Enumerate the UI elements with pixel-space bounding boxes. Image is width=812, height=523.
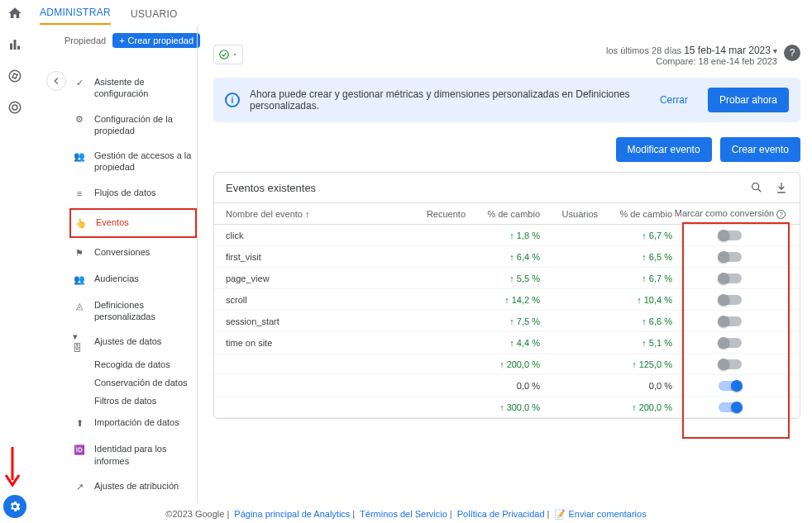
sidebar-item[interactable]: ≡Flujos de datos — [69, 180, 197, 207]
pct2-cell: 125,0 % — [598, 359, 672, 369]
event-name: first_visit — [226, 252, 408, 262]
table-header-row: Nombre del evento ↑ Recuento % de cambio… — [214, 203, 800, 225]
sidebar-icon: ↗ — [73, 480, 86, 493]
conversion-toggle[interactable] — [719, 381, 742, 391]
sidebar-icon: ≡ — [73, 187, 86, 200]
sidebar-item[interactable]: ◬Definiciones personalizadas — [69, 292, 197, 330]
pct2-cell: 6,7 % — [598, 231, 672, 240]
event-name: scroll — [226, 295, 408, 305]
footer-feedback[interactable]: Enviar comentarios — [569, 509, 647, 519]
sidebar-label: Ajustes de atribución — [94, 480, 179, 492]
sidebar-label: Conversiones — [94, 246, 150, 258]
help-icon[interactable]: ? — [784, 45, 800, 61]
reports-icon[interactable] — [7, 36, 23, 53]
conversion-toggle[interactable] — [719, 316, 742, 326]
sidebar-item[interactable]: 🕘Historial de cambios de la propiedad — [69, 500, 197, 503]
pct-cell: 14,2 % — [466, 295, 540, 305]
svg-point-3 — [9, 70, 21, 82]
conversion-toggle[interactable] — [719, 338, 742, 348]
sidebar-icon: ⚑ — [73, 246, 86, 259]
conversion-toggle[interactable] — [719, 252, 742, 262]
banner-try-button[interactable]: Probar ahora — [708, 88, 789, 112]
create-property-button[interactable]: +Crear propiedad — [112, 33, 200, 48]
conversion-toggle[interactable] — [719, 295, 742, 305]
tab-user[interactable]: USUARIO — [131, 8, 178, 25]
pct-cell: 6,4 % — [466, 252, 540, 262]
sidebar-label: Configuración de la propiedad — [94, 113, 193, 137]
sidebar-subitem[interactable]: Filtros de datos — [91, 392, 197, 410]
sidebar-label: Ajustes de datos — [94, 335, 161, 347]
sidebar-item[interactable]: ✓Asistente de configuración — [69, 69, 197, 107]
sidebar-icon: 👆 — [74, 216, 88, 230]
sidebar-icon: ▾ 🗄 — [73, 335, 86, 349]
footer-link[interactable]: Términos del Servicio — [360, 509, 447, 519]
footer-link[interactable]: Política de Privacidad — [457, 509, 545, 519]
pct-cell: 1,8 % — [466, 231, 540, 240]
sidebar-label: Eventos — [96, 216, 129, 228]
sidebar-label: Asistente de configuración — [94, 76, 193, 100]
footer-link[interactable]: Página principal de Analytics — [234, 509, 350, 519]
svg-point-7 — [752, 183, 759, 190]
tab-admin[interactable]: ADMINISTRAR — [40, 7, 111, 25]
sidebar-icon: 👥 — [73, 273, 86, 286]
search-icon[interactable] — [750, 181, 763, 194]
sidebar-item[interactable]: 🆔Identidad para los informes — [69, 436, 197, 473]
banner-close[interactable]: Cerrar — [660, 94, 688, 106]
sidebar-item[interactable]: ▾ 🗄Ajustes de datos — [69, 329, 197, 355]
sidebar-item[interactable]: 👥Gestión de accesos a la propiedad — [69, 143, 197, 180]
pct2-cell: 10,4 % — [598, 295, 672, 305]
conversion-toggle[interactable] — [719, 273, 742, 283]
annotation-arrow — [2, 445, 22, 492]
sidebar-subitem[interactable]: Conservación de datos — [91, 373, 197, 392]
sidebar-icon: ◬ — [73, 299, 86, 312]
svg-rect-1 — [14, 40, 17, 50]
pct2-cell: 6,7 % — [598, 273, 672, 283]
sidebar-item[interactable]: ⬆Importación de datos — [69, 410, 197, 436]
svg-point-6 — [220, 50, 229, 59]
table-row: 0,0 %0,0 % — [214, 375, 800, 397]
sidebar-icon: ✓ — [73, 76, 86, 89]
svg-point-4 — [9, 102, 21, 113]
conversion-toggle[interactable] — [719, 359, 742, 369]
table-row: 300,0 %200,0 % — [214, 397, 800, 418]
footer: ©2023 Google| Página principal de Analyt… — [0, 509, 812, 520]
sidebar-item[interactable]: ⚙Configuración de la propiedad — [69, 107, 197, 144]
conversion-toggle[interactable] — [719, 231, 742, 240]
table-title: Eventos existentes — [226, 182, 316, 194]
table-row: page_view5,5 %6,7 % — [214, 268, 800, 289]
table-row: time on site4,4 %5,1 % — [214, 332, 800, 354]
banner-text: Ahora puede crear y gestionar métricas y… — [250, 88, 650, 112]
property-label: Propiedad — [64, 36, 106, 45]
conversion-toggle[interactable] — [719, 402, 742, 412]
sidebar-item[interactable]: 👥Audiencias — [69, 266, 197, 292]
info-icon: i — [225, 93, 240, 107]
pct2-cell: 6,5 % — [598, 252, 672, 262]
sidebar-item[interactable]: 👆Eventos — [69, 208, 197, 238]
sidebar-subitem[interactable]: Recogida de datos — [91, 355, 197, 373]
download-icon[interactable] — [775, 181, 788, 194]
table-row: session_start7,5 %6,6 % — [214, 311, 800, 332]
admin-sidebar: ✓Asistente de configuración⚙Configuració… — [40, 56, 197, 503]
status-filter-dropdown[interactable] — [213, 45, 243, 64]
sidebar-icon: 👥 — [73, 150, 86, 163]
home-icon[interactable] — [7, 5, 23, 21]
sidebar-label: Flujos de datos — [94, 187, 156, 198]
create-event-button[interactable]: Crear evento — [720, 137, 800, 162]
pct2-cell: 6,6 % — [598, 316, 672, 326]
explore-icon[interactable] — [7, 68, 23, 84]
table-row: click1,8 %6,7 % — [214, 225, 800, 246]
pct-cell: 5,5 % — [466, 273, 540, 283]
sidebar-item[interactable]: ↗Ajustes de atribución — [69, 473, 197, 500]
svg-point-5 — [12, 105, 17, 110]
event-name: session_start — [226, 316, 408, 326]
divider — [197, 26, 198, 503]
pct-cell: 300,0 % — [466, 402, 540, 412]
sidebar-item[interactable]: ⚑Conversiones — [69, 240, 197, 266]
info-banner: i Ahora puede crear y gestionar métricas… — [213, 78, 800, 122]
advertising-icon[interactable] — [7, 99, 23, 116]
svg-rect-2 — [17, 46, 20, 50]
pct2-cell: 0,0 % — [598, 381, 672, 391]
svg-rect-0 — [10, 44, 12, 50]
date-range[interactable]: los últimos 28 días 15 feb-14 mar 2023 ▾… — [606, 45, 800, 66]
modify-event-button[interactable]: Modificar evento — [616, 137, 712, 162]
